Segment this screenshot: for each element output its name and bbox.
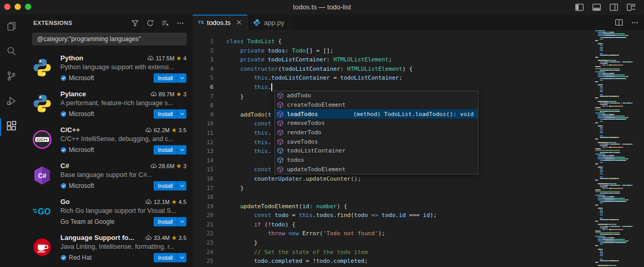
install-label: Install — [154, 73, 177, 83]
filter-icon[interactable] — [130, 18, 140, 28]
more-actions-icon[interactable] — [629, 17, 640, 28]
rating-value: 3.5 — [179, 127, 186, 133]
install-button[interactable]: Install — [154, 109, 186, 119]
install-dropdown[interactable] — [177, 217, 186, 226]
minimap[interactable] — [595, 30, 644, 267]
activity-item-source-control[interactable] — [0, 65, 23, 90]
activity-item-extensions[interactable] — [0, 115, 23, 139]
code-text: this. — [226, 83, 271, 92]
line-number: 6 — [193, 83, 213, 92]
suggest-item-loadTodos[interactable]: loadTodos(method) TodoList.loadTodos(): … — [275, 109, 478, 119]
more-actions-icon[interactable] — [175, 18, 185, 28]
activity-item-search[interactable] — [0, 40, 23, 65]
activity-item-run-debug[interactable] — [0, 90, 23, 115]
line-number: 1 — [193, 37, 213, 46]
install-label: Install — [154, 253, 177, 262]
sidebar-actions — [130, 18, 185, 28]
install-button[interactable]: Install — [154, 73, 186, 83]
suggest-item-createTodoElement[interactable]: createTodoElement — [275, 100, 478, 110]
extension-description: Rich Go language support for Visual S... — [60, 207, 186, 215]
code-text: const — [226, 165, 271, 174]
suggest-label: createTodoElement — [287, 101, 346, 108]
code-line-20: 20 const todo = this.todos.find(todo => … — [193, 211, 595, 220]
extensions-search-input[interactable] — [32, 33, 186, 45]
code-text: } — [226, 184, 244, 193]
tab-app-py[interactable]: app.py — [248, 15, 290, 30]
suggest-item-removeTodos[interactable]: removeTodos — [275, 119, 478, 128]
extension-row[interactable]: C/C++ C/C++ 62.2M ★ 3.5 C/C++ IntelliSen… — [23, 122, 193, 158]
chevron-down-icon — [180, 111, 185, 117]
verified-publisher-icon — [60, 147, 67, 153]
cloud-download-icon — [145, 198, 152, 206]
refresh-icon[interactable] — [145, 18, 155, 28]
toggle-secondary-sidebar-icon[interactable] — [608, 2, 620, 13]
suggest-item-renderTodo[interactable]: renderTodo — [275, 128, 478, 137]
activity-item-explorer[interactable] — [0, 15, 23, 40]
publisher-name: Microsoft — [69, 146, 94, 154]
line-number: 25 — [193, 257, 213, 266]
line-number: 10 — [193, 119, 213, 129]
install-button[interactable]: Install — [154, 145, 186, 155]
star-icon: ★ — [171, 235, 177, 241]
toggle-primary-sidebar-icon[interactable] — [574, 2, 585, 13]
ts-icon: TS — [198, 20, 204, 25]
chevron-down-icon — [180, 75, 185, 81]
close-icon[interactable] — [236, 19, 242, 26]
download-count: 33.4M — [154, 235, 170, 241]
suggest-item-addTodo[interactable]: addTodo — [275, 91, 478, 100]
publisher-name: Microsoft — [69, 74, 94, 82]
customize-layout-icon[interactable] — [625, 2, 637, 13]
clear-search-results-icon[interactable] — [160, 18, 170, 28]
extension-row[interactable]: C# C# 28.6M ★ 3 Base language support fo… — [23, 158, 193, 194]
extension-row[interactable]: Python 117.5M ★ 4 Python language suppor… — [23, 50, 193, 86]
extension-row[interactable]: Language Support fo... 33.4M ★ 3.5 Java … — [23, 230, 193, 266]
svg-text:C#: C# — [38, 172, 46, 180]
extension-description: Base language support for C#... — [60, 171, 186, 180]
chevron-down-icon — [180, 219, 185, 224]
suggest-label: saveTodos — [287, 138, 318, 145]
suggest-item-updateTodoElement[interactable]: updateTodoElement — [275, 165, 478, 174]
suggest-item-todos[interactable]: todos — [275, 156, 478, 165]
install-button[interactable]: Install — [154, 181, 186, 190]
extension-row[interactable]: GO Go 12.1M ★ 4.5 Rich Go language suppo… — [23, 194, 193, 230]
extension-name: C# — [60, 162, 69, 170]
install-button[interactable]: Install — [154, 253, 186, 262]
code-line-25: 25 todo.completed = !todo.completed; — [193, 257, 595, 266]
intellisense-popup: addTodocreateTodoElementloadTodos(method… — [274, 91, 478, 174]
install-dropdown[interactable] — [177, 145, 186, 155]
code-text: constructor(todoListContainer: HTMLUList… — [226, 65, 413, 74]
extensions-icon — [6, 121, 17, 133]
code-editor[interactable]: 1class TodoList {2 private todos: Todo[]… — [193, 30, 644, 267]
code-line-1: 1class TodoList { — [193, 37, 595, 46]
split-editor-icon[interactable] — [614, 17, 624, 28]
install-button[interactable]: Install — [154, 217, 186, 226]
field-icon — [277, 157, 284, 163]
extension-description: Python language support with extensi... — [60, 63, 186, 72]
line-number: 11 — [193, 129, 213, 138]
publisher-name: Go Team at Google — [60, 218, 115, 225]
search-icon — [6, 46, 17, 58]
install-dropdown[interactable] — [177, 109, 186, 119]
install-label: Install — [154, 145, 177, 155]
verified-publisher-icon — [60, 183, 67, 189]
method-icon — [277, 92, 284, 99]
python-file-icon — [253, 19, 261, 27]
install-dropdown[interactable] — [177, 73, 186, 83]
install-dropdown[interactable] — [177, 181, 186, 190]
line-number: 5 — [193, 73, 213, 83]
toggle-panel-icon[interactable] — [591, 2, 602, 13]
extension-description: A performant, feature-rich language s... — [60, 99, 186, 108]
extension-row[interactable]: Pylance 89.7M ★ 3 A performant, feature-… — [23, 86, 193, 122]
extension-name: Python — [60, 54, 83, 62]
java-logo — [31, 236, 53, 258]
rating-value: 3 — [183, 91, 186, 97]
suggest-item-saveTodos[interactable]: saveTodos — [275, 137, 478, 146]
chevron-down-icon — [180, 147, 185, 152]
install-dropdown[interactable] — [177, 253, 186, 262]
tab-todos-ts[interactable]: TStodos.ts — [193, 15, 248, 30]
suggest-item-todoListContainer[interactable]: todoListContainer — [275, 146, 478, 156]
svg-text:C/C++: C/C++ — [36, 137, 48, 142]
star-icon: ★ — [176, 163, 182, 169]
layout-controls — [574, 2, 637, 13]
line-number: 21 — [193, 220, 213, 230]
